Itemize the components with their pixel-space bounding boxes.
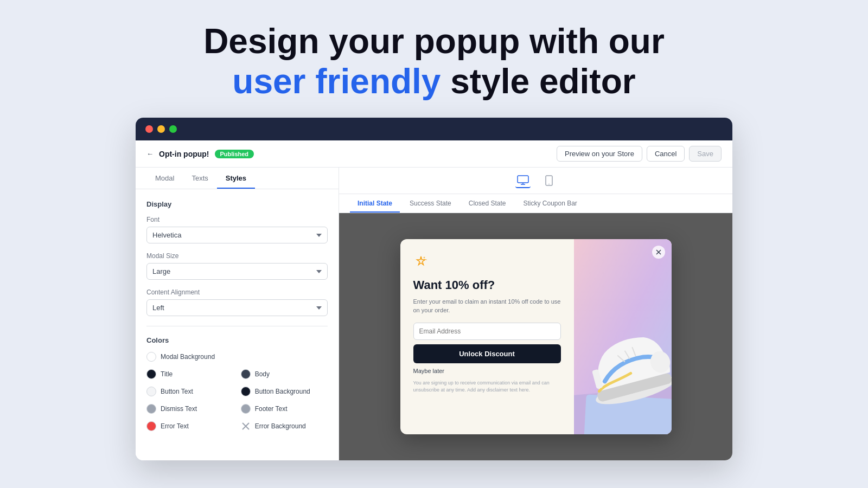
modal-bg-color-label: Modal Background xyxy=(161,353,215,361)
app-container: ← Opt-in popup! Published Preview on you… xyxy=(136,140,732,460)
footer-text-color-label: Footer Text xyxy=(255,405,288,413)
dot-yellow[interactable] xyxy=(157,125,165,133)
modal-size-field-group: Modal Size Large xyxy=(146,252,328,280)
button-text-color-item: Button Text xyxy=(146,387,233,396)
content-alignment-field-group: Content Alignment Left xyxy=(146,288,328,316)
preview-button[interactable]: Preview on your Store xyxy=(557,146,642,162)
colors-section: Colors Modal Background xyxy=(146,336,328,431)
modal-size-label: Modal Size xyxy=(146,252,328,260)
error-text-color-label: Error Text xyxy=(161,422,189,430)
body-color-label: Body xyxy=(255,370,270,378)
browser-bar xyxy=(136,118,732,140)
modal-maybe-later[interactable]: Maybe later xyxy=(413,368,561,374)
error-bg-icon xyxy=(241,421,251,431)
tab-modal[interactable]: Modal xyxy=(146,168,183,189)
button-text-swatch[interactable] xyxy=(146,387,156,396)
hero-section: Design your popup with our user friendly… xyxy=(203,0,665,118)
button-bg-color-item: Button Background xyxy=(241,387,328,396)
body-color-item: Body xyxy=(241,369,328,379)
modal-email-input[interactable] xyxy=(413,323,561,340)
dismiss-text-color-item: Dismiss Text xyxy=(146,404,233,414)
modal-right-panel xyxy=(574,239,672,434)
button-text-bg-row: Button Text Button Background xyxy=(146,387,328,396)
preview-area: Initial State Success State Closed State… xyxy=(339,168,732,460)
sidebar: Modal Texts Styles Display Font xyxy=(136,168,339,460)
page-title-nav: Opt-in popup! xyxy=(159,150,209,158)
state-tab-success[interactable]: Success State xyxy=(402,194,459,213)
sidebar-content: Display Font Helvetica Modal Size Large xyxy=(136,189,339,450)
svg-point-2 xyxy=(548,184,550,185)
dot-green[interactable] xyxy=(169,125,177,133)
title-color-item: Title xyxy=(146,369,233,379)
published-badge: Published xyxy=(215,150,254,158)
dismiss-text-swatch[interactable] xyxy=(146,404,156,414)
modal-heading: Want 10% off? xyxy=(413,278,561,292)
modal-popup: Want 10% off? Enter your email to claim … xyxy=(400,239,672,434)
modal-disclaimer: You are signing up to receive communicat… xyxy=(413,380,561,394)
error-text-color-item: Error Text xyxy=(146,421,233,431)
state-tab-closed[interactable]: Closed State xyxy=(461,194,514,213)
tab-styles[interactable]: Styles xyxy=(217,168,255,189)
modal-bg-swatch[interactable] xyxy=(146,352,156,362)
error-text-swatch[interactable] xyxy=(146,421,156,431)
preview-canvas: Want 10% off? Enter your email to claim … xyxy=(339,213,732,460)
save-button[interactable]: Save xyxy=(689,146,722,162)
back-button[interactable]: ← Opt-in popup! xyxy=(146,150,209,158)
divider xyxy=(146,326,328,326)
modal-bg-color-item: Modal Background xyxy=(146,352,233,362)
hero-title: Design your popup with our user friendly… xyxy=(203,22,665,101)
cancel-button[interactable]: Cancel xyxy=(647,146,685,162)
font-label: Font xyxy=(146,216,328,223)
button-bg-color-label: Button Background xyxy=(255,388,310,395)
tab-texts[interactable]: Texts xyxy=(183,168,216,189)
state-tabs: Initial State Success State Closed State… xyxy=(339,194,732,213)
nav-right-actions: Preview on your Store Cancel Save xyxy=(557,146,722,162)
svg-rect-0 xyxy=(518,176,528,183)
content-alignment-select[interactable]: Left xyxy=(146,299,328,316)
device-toggle xyxy=(339,168,732,194)
colors-section-label: Colors xyxy=(146,336,328,344)
footer-text-color-item: Footer Text xyxy=(241,404,328,414)
error-bg-color-item: Error Background xyxy=(241,421,328,431)
body-swatch[interactable] xyxy=(241,369,251,379)
tab-nav: Modal Texts Styles xyxy=(136,168,339,189)
modal-cta-button[interactable]: Unlock Discount xyxy=(413,344,561,363)
modal-star-icon xyxy=(413,254,561,273)
state-tab-initial[interactable]: Initial State xyxy=(350,194,400,213)
font-field-group: Font Helvetica xyxy=(146,216,328,243)
svg-point-3 xyxy=(423,257,425,259)
title-body-row: Title Body xyxy=(146,369,328,379)
modal-close-button[interactable] xyxy=(652,246,665,259)
error-bg-color-label: Error Background xyxy=(255,422,306,430)
title-swatch[interactable] xyxy=(146,369,156,379)
hero-line2-rest: style editor xyxy=(441,62,635,101)
dismiss-footer-row: Dismiss Text Footer Text xyxy=(146,404,328,414)
dot-red[interactable] xyxy=(145,125,153,133)
footer-text-swatch[interactable] xyxy=(241,404,251,414)
title-color-label: Title xyxy=(161,370,173,378)
hero-line1: Design your popup with our xyxy=(203,22,665,61)
dismiss-text-color-label: Dismiss Text xyxy=(161,405,197,413)
browser-window: ← Opt-in popup! Published Preview on you… xyxy=(136,118,732,460)
sneaker-illustration xyxy=(574,239,672,434)
button-text-color-label: Button Text xyxy=(161,388,193,395)
modal-bg-row: Modal Background xyxy=(146,352,328,362)
main-layout: Modal Texts Styles Display Font xyxy=(136,168,732,460)
state-tab-sticky[interactable]: Sticky Coupon Bar xyxy=(515,194,584,213)
modal-left-panel: Want 10% off? Enter your email to claim … xyxy=(400,239,574,434)
font-select[interactable]: Helvetica xyxy=(146,227,328,243)
top-nav: ← Opt-in popup! Published Preview on you… xyxy=(136,140,732,168)
modal-body-text: Enter your email to claim an instant 10%… xyxy=(413,297,561,315)
display-section-label: Display xyxy=(146,200,328,208)
modal-size-select[interactable]: Large xyxy=(146,263,328,280)
svg-point-4 xyxy=(426,259,427,260)
desktop-device-icon[interactable] xyxy=(515,173,531,188)
back-arrow-icon: ← xyxy=(146,150,154,158)
mobile-device-icon[interactable] xyxy=(541,173,557,188)
error-row: Error Text Error Background xyxy=(146,421,328,431)
content-alignment-label: Content Alignment xyxy=(146,288,328,296)
hero-line2-blue: user friendly xyxy=(232,62,441,101)
button-bg-swatch[interactable] xyxy=(241,387,251,396)
